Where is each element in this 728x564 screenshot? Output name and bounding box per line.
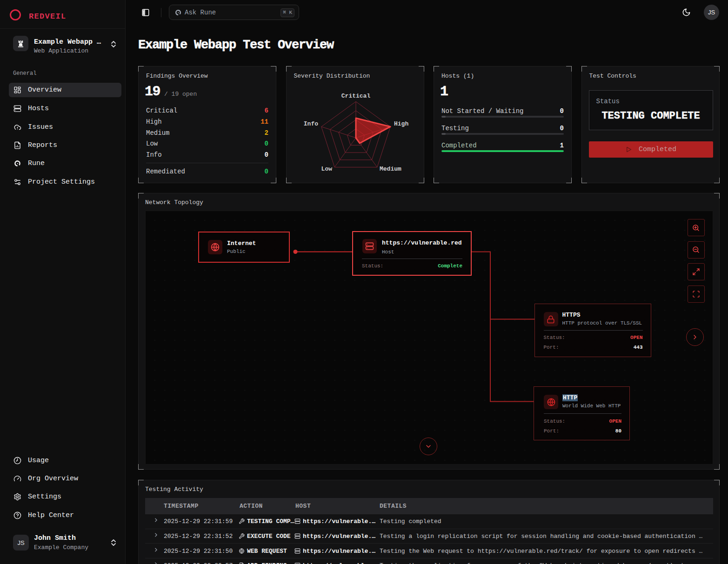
svg-text:Medium: Medium bbox=[380, 166, 401, 173]
svg-text:Critical: Critical bbox=[341, 93, 370, 100]
svg-text:Low: Low bbox=[321, 166, 332, 173]
svg-text:Info: Info bbox=[303, 120, 318, 127]
svg-text:High: High bbox=[394, 120, 408, 127]
